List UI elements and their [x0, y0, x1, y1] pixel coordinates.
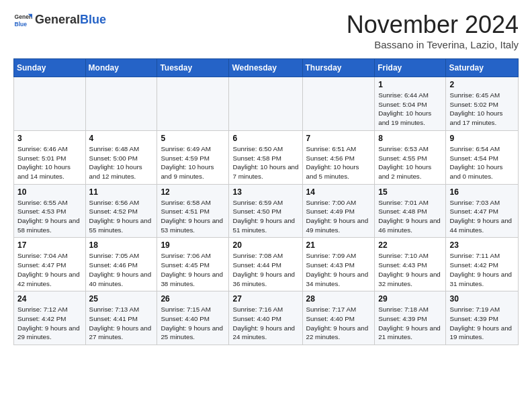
day-info: Sunrise: 6:44 AMSunset: 5:04 PMDaylight:…	[378, 91, 442, 128]
day-number: 1	[378, 80, 442, 89]
day-info: Sunrise: 6:48 AMSunset: 5:00 PMDaylight:…	[89, 144, 154, 181]
calendar-cell: 28Sunrise: 7:17 AMSunset: 4:40 PMDayligh…	[302, 291, 375, 345]
header: General Blue GeneralBlue November 2024 B…	[13, 11, 519, 50]
day-number: 16	[449, 187, 515, 197]
weekday-header-monday: Monday	[85, 59, 157, 77]
calendar-week-row: 1Sunrise: 6:44 AMSunset: 5:04 PMDaylight…	[14, 77, 519, 131]
day-info: Sunrise: 7:00 AMSunset: 4:49 PMDaylight:…	[306, 198, 371, 235]
day-info: Sunrise: 6:56 AMSunset: 4:52 PMDaylight:…	[89, 198, 154, 235]
weekday-header-row: SundayMondayTuesdayWednesdayThursdayFrid…	[14, 59, 519, 77]
day-number: 3	[17, 134, 82, 143]
day-number: 10	[17, 187, 82, 197]
calendar-cell: 5Sunrise: 6:49 AMSunset: 4:59 PMDaylight…	[157, 130, 229, 184]
calendar-cell: 16Sunrise: 7:03 AMSunset: 4:47 PMDayligh…	[446, 184, 519, 238]
day-info: Sunrise: 6:54 AMSunset: 4:54 PMDaylight:…	[449, 144, 515, 181]
calendar-cell: 25Sunrise: 7:13 AMSunset: 4:41 PMDayligh…	[85, 291, 157, 345]
calendar-cell: 6Sunrise: 6:50 AMSunset: 4:58 PMDaylight…	[229, 130, 302, 184]
day-number: 15	[378, 187, 442, 197]
day-info: Sunrise: 7:12 AMSunset: 4:42 PMDaylight:…	[17, 305, 82, 342]
day-info: Sunrise: 7:11 AMSunset: 4:42 PMDaylight:…	[449, 251, 515, 288]
logo: General Blue GeneralBlue	[13, 11, 106, 30]
day-info: Sunrise: 7:05 AMSunset: 4:46 PMDaylight:…	[89, 251, 154, 288]
calendar-table: SundayMondayTuesdayWednesdayThursdayFrid…	[13, 58, 519, 345]
day-number: 2	[449, 80, 515, 89]
day-number: 5	[161, 134, 225, 143]
day-info: Sunrise: 6:51 AMSunset: 4:56 PMDaylight:…	[306, 144, 371, 181]
day-info: Sunrise: 6:55 AMSunset: 4:53 PMDaylight:…	[17, 198, 82, 235]
day-info: Sunrise: 7:18 AMSunset: 4:39 PMDaylight:…	[378, 305, 442, 342]
calendar-cell: 30Sunrise: 7:19 AMSunset: 4:39 PMDayligh…	[446, 291, 519, 345]
day-number: 28	[306, 294, 371, 304]
day-info: Sunrise: 7:03 AMSunset: 4:47 PMDaylight:…	[449, 198, 515, 235]
day-number: 8	[378, 134, 442, 143]
weekday-header-thursday: Thursday	[302, 59, 375, 77]
day-info: Sunrise: 7:10 AMSunset: 4:43 PMDaylight:…	[378, 251, 442, 288]
calendar-cell: 23Sunrise: 7:11 AMSunset: 4:42 PMDayligh…	[446, 238, 519, 291]
weekday-header-friday: Friday	[375, 59, 446, 77]
calendar-cell: 10Sunrise: 6:55 AMSunset: 4:53 PMDayligh…	[14, 184, 86, 238]
day-info: Sunrise: 6:53 AMSunset: 4:55 PMDaylight:…	[378, 144, 442, 181]
day-info: Sunrise: 7:19 AMSunset: 4:39 PMDaylight:…	[449, 305, 515, 342]
day-number: 13	[232, 187, 298, 197]
calendar-cell: 12Sunrise: 6:58 AMSunset: 4:51 PMDayligh…	[157, 184, 229, 238]
day-info: Sunrise: 7:06 AMSunset: 4:45 PMDaylight:…	[161, 251, 225, 288]
month-year-title: November 2024	[347, 11, 519, 39]
calendar-cell: 18Sunrise: 7:05 AMSunset: 4:46 PMDayligh…	[85, 238, 157, 291]
day-number: 30	[449, 294, 515, 304]
calendar-cell: 29Sunrise: 7:18 AMSunset: 4:39 PMDayligh…	[375, 291, 446, 345]
calendar-cell: 14Sunrise: 7:00 AMSunset: 4:49 PMDayligh…	[302, 184, 375, 238]
calendar-week-row: 24Sunrise: 7:12 AMSunset: 4:42 PMDayligh…	[14, 291, 519, 345]
location-subtitle: Bassano in Teverina, Lazio, Italy	[347, 39, 519, 50]
calendar-cell: 7Sunrise: 6:51 AMSunset: 4:56 PMDaylight…	[302, 130, 375, 184]
day-number: 27	[232, 294, 298, 304]
calendar-cell	[85, 77, 157, 131]
day-info: Sunrise: 7:17 AMSunset: 4:40 PMDaylight:…	[306, 305, 371, 342]
calendar-cell: 15Sunrise: 7:01 AMSunset: 4:48 PMDayligh…	[375, 184, 446, 238]
day-info: Sunrise: 6:59 AMSunset: 4:50 PMDaylight:…	[232, 198, 298, 235]
calendar-cell: 11Sunrise: 6:56 AMSunset: 4:52 PMDayligh…	[85, 184, 157, 238]
day-number: 24	[17, 294, 82, 304]
day-info: Sunrise: 7:09 AMSunset: 4:43 PMDaylight:…	[306, 251, 371, 288]
calendar-cell	[14, 77, 86, 131]
day-info: Sunrise: 7:01 AMSunset: 4:48 PMDaylight:…	[378, 198, 442, 235]
calendar-cell: 17Sunrise: 7:04 AMSunset: 4:47 PMDayligh…	[14, 238, 86, 291]
day-number: 18	[89, 240, 154, 250]
calendar-cell	[302, 77, 375, 131]
day-info: Sunrise: 6:46 AMSunset: 5:01 PMDaylight:…	[17, 144, 82, 181]
day-info: Sunrise: 7:15 AMSunset: 4:40 PMDaylight:…	[161, 305, 225, 342]
calendar-cell: 20Sunrise: 7:08 AMSunset: 4:44 PMDayligh…	[229, 238, 302, 291]
logo-blue-text: Blue	[80, 13, 106, 26]
calendar-cell: 13Sunrise: 6:59 AMSunset: 4:50 PMDayligh…	[229, 184, 302, 238]
calendar-cell: 26Sunrise: 7:15 AMSunset: 4:40 PMDayligh…	[157, 291, 229, 345]
day-info: Sunrise: 6:50 AMSunset: 4:58 PMDaylight:…	[232, 144, 298, 181]
calendar-cell: 27Sunrise: 7:16 AMSunset: 4:40 PMDayligh…	[229, 291, 302, 345]
day-number: 14	[306, 187, 371, 197]
weekday-header-tuesday: Tuesday	[157, 59, 229, 77]
weekday-header-wednesday: Wednesday	[229, 59, 302, 77]
calendar-cell: 3Sunrise: 6:46 AMSunset: 5:01 PMDaylight…	[14, 130, 86, 184]
day-info: Sunrise: 6:58 AMSunset: 4:51 PMDaylight:…	[161, 198, 225, 235]
day-number: 22	[378, 240, 442, 250]
day-number: 25	[89, 294, 154, 304]
logo-icon: General Blue	[13, 11, 32, 30]
day-number: 17	[17, 240, 82, 250]
calendar-cell: 8Sunrise: 6:53 AMSunset: 4:55 PMDaylight…	[375, 130, 446, 184]
calendar-cell: 4Sunrise: 6:48 AMSunset: 5:00 PMDaylight…	[85, 130, 157, 184]
day-info: Sunrise: 6:49 AMSunset: 4:59 PMDaylight:…	[161, 144, 225, 181]
day-number: 11	[89, 187, 154, 197]
day-number: 9	[449, 134, 515, 143]
calendar-week-row: 3Sunrise: 6:46 AMSunset: 5:01 PMDaylight…	[14, 130, 519, 184]
weekday-header-sunday: Sunday	[14, 59, 86, 77]
calendar-cell	[229, 77, 302, 131]
day-number: 4	[89, 134, 154, 143]
day-number: 23	[449, 240, 515, 250]
day-number: 6	[232, 134, 298, 143]
calendar-cell: 9Sunrise: 6:54 AMSunset: 4:54 PMDaylight…	[446, 130, 519, 184]
day-number: 19	[161, 240, 225, 250]
weekday-header-saturday: Saturday	[446, 59, 519, 77]
day-number: 26	[161, 294, 225, 304]
calendar-cell: 1Sunrise: 6:44 AMSunset: 5:04 PMDaylight…	[375, 77, 446, 131]
calendar-cell: 19Sunrise: 7:06 AMSunset: 4:45 PMDayligh…	[157, 238, 229, 291]
day-info: Sunrise: 6:45 AMSunset: 5:02 PMDaylight:…	[449, 91, 515, 128]
svg-text:Blue: Blue	[15, 21, 28, 28]
